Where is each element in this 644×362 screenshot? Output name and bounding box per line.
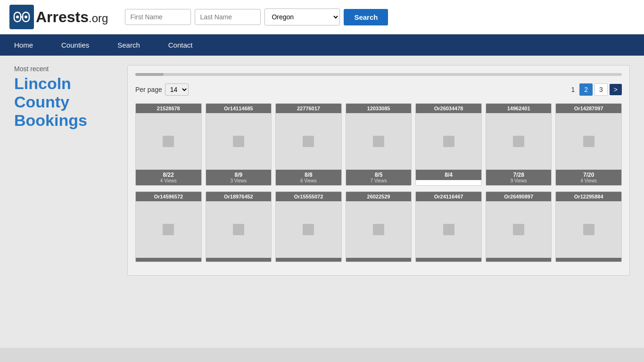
booking-id: Or14596572 bbox=[136, 192, 201, 201]
booking-card[interactable]: Or24116467 bbox=[415, 191, 482, 262]
per-page-label-text: Per page bbox=[135, 86, 162, 93]
booking-img bbox=[136, 201, 201, 258]
county-title: LincolnCountyBookings bbox=[14, 74, 118, 130]
state-select[interactable]: Oregon AlabamaAlaskaArizonaArkansas Cali… bbox=[264, 8, 340, 25]
booking-footer: 7/28 9 Views bbox=[486, 170, 552, 185]
booking-footer bbox=[486, 258, 552, 262]
svg-point-3 bbox=[16, 16, 19, 18]
per-page-select[interactable]: 14 7 21 28 bbox=[165, 83, 189, 96]
booking-img bbox=[416, 113, 481, 170]
booking-date: 8/5 bbox=[349, 172, 409, 178]
per-page-control: Per page 14 7 21 28 bbox=[135, 83, 189, 96]
booking-thumbnail bbox=[163, 224, 174, 235]
booking-id: Or24116467 bbox=[416, 192, 481, 201]
booking-img bbox=[346, 113, 412, 170]
header: Arrests.org Oregon AlabamaAlaskaArizonaA… bbox=[0, 0, 644, 34]
booking-id: 21528678 bbox=[136, 104, 201, 113]
booking-footer: 8/9 3 Views bbox=[206, 170, 272, 185]
nav-contact[interactable]: Contact bbox=[154, 34, 207, 56]
booking-card[interactable]: 14962401 7/28 9 Views bbox=[486, 103, 552, 186]
booking-id: Or14114685 bbox=[206, 104, 272, 113]
booking-thumbnail bbox=[163, 136, 174, 147]
booking-footer: 8/8 6 Views bbox=[276, 170, 341, 185]
bookings-area: Per page 14 7 21 28 1 2 3 > 2152867 bbox=[127, 65, 630, 276]
booking-footer bbox=[136, 258, 201, 262]
booking-footer: 8/22 4 Views bbox=[136, 170, 201, 185]
booking-id: Or12295884 bbox=[556, 192, 621, 201]
booking-card[interactable]: 12033085 8/5 7 Views bbox=[346, 103, 412, 186]
booking-date: 8/9 bbox=[209, 172, 269, 178]
booking-card[interactable]: Or12295884 bbox=[555, 191, 622, 262]
booking-card[interactable]: 22776017 8/8 6 Views bbox=[275, 103, 342, 186]
booking-id: 26022529 bbox=[346, 192, 412, 201]
booking-id: Or26490897 bbox=[486, 192, 552, 201]
booking-img bbox=[136, 113, 201, 170]
sidebar: Most recent LincolnCountyBookings bbox=[14, 65, 118, 276]
bookings-row-1: 21528678 8/22 4 Views Or14114685 8/9 3 V… bbox=[135, 103, 622, 186]
booking-footer: 8/5 7 Views bbox=[346, 170, 412, 185]
booking-img bbox=[486, 113, 552, 170]
booking-footer bbox=[346, 258, 412, 262]
booking-date: 8/8 bbox=[279, 172, 339, 178]
booking-date: 7/28 bbox=[489, 172, 549, 178]
booking-thumbnail bbox=[233, 136, 244, 147]
logo[interactable]: Arrests.org bbox=[9, 5, 108, 29]
nav-search[interactable]: Search bbox=[103, 34, 154, 56]
booking-thumbnail bbox=[443, 136, 454, 147]
booking-card[interactable]: Or14287097 7/20 4 Views bbox=[555, 103, 622, 186]
content-area: Most recent LincolnCountyBookings Per pa… bbox=[14, 65, 630, 276]
booking-date: 8/4 bbox=[419, 172, 479, 178]
booking-card[interactable]: 21528678 8/22 4 Views bbox=[135, 103, 202, 186]
search-button[interactable]: Search bbox=[344, 9, 388, 25]
booking-card[interactable]: 26022529 bbox=[346, 191, 412, 262]
booking-img bbox=[206, 113, 272, 170]
booking-card[interactable]: Or14596572 bbox=[135, 191, 202, 262]
booking-card[interactable]: Or15555072 bbox=[275, 191, 342, 262]
booking-id: Or15555072 bbox=[276, 192, 341, 201]
booking-thumbnail bbox=[513, 224, 524, 235]
booking-date: 7/20 bbox=[559, 172, 619, 178]
booking-id: Or14287097 bbox=[556, 104, 621, 113]
first-name-input[interactable] bbox=[125, 9, 191, 25]
progress-thumb bbox=[135, 73, 164, 76]
booking-thumbnail bbox=[373, 136, 384, 147]
booking-thumbnail bbox=[443, 224, 454, 235]
booking-id: 22776017 bbox=[276, 104, 341, 113]
search-form: Oregon AlabamaAlaskaArizonaArkansas Cali… bbox=[125, 8, 388, 25]
booking-footer: 7/20 4 Views bbox=[556, 170, 621, 185]
booking-views: 4 Views bbox=[139, 178, 198, 183]
progress-bar[interactable] bbox=[135, 73, 622, 76]
booking-card[interactable]: Or18976452 bbox=[206, 191, 272, 262]
booking-card[interactable]: Or14114685 8/9 3 Views bbox=[206, 103, 272, 186]
logo-icon bbox=[9, 5, 34, 29]
page-3-btn[interactable]: 3 bbox=[594, 83, 608, 96]
logo-suffix: .org bbox=[89, 12, 108, 25]
svg-point-4 bbox=[25, 16, 27, 18]
bookings-row-2: Or14596572 Or18976452 Or15555072 bbox=[135, 191, 622, 262]
booking-thumbnail bbox=[303, 224, 314, 235]
booking-thumbnail bbox=[303, 136, 314, 147]
booking-img bbox=[206, 201, 272, 258]
booking-thumbnail bbox=[513, 136, 524, 147]
booking-views: 9 Views bbox=[489, 178, 549, 183]
nav-home[interactable]: Home bbox=[0, 34, 47, 56]
booking-thumbnail bbox=[373, 224, 384, 235]
booking-footer: 8/4 bbox=[416, 170, 481, 180]
nav-counties[interactable]: Counties bbox=[47, 34, 103, 56]
booking-views: 7 Views bbox=[349, 178, 409, 183]
booking-id: Or26034478 bbox=[416, 104, 481, 113]
page-2-btn[interactable]: 2 bbox=[579, 83, 593, 96]
booking-views: 4 Views bbox=[559, 178, 619, 183]
nav-bar: Home Counties Search Contact bbox=[0, 34, 644, 56]
last-name-input[interactable] bbox=[195, 9, 261, 25]
booking-img bbox=[416, 201, 481, 258]
main-content: Most recent LincolnCountyBookings Per pa… bbox=[0, 56, 644, 348]
booking-thumbnail bbox=[233, 224, 244, 235]
booking-id: 12033085 bbox=[346, 104, 412, 113]
booking-img bbox=[556, 113, 621, 170]
booking-card[interactable]: Or26490897 bbox=[486, 191, 552, 262]
booking-id: Or18976452 bbox=[206, 192, 272, 201]
booking-footer bbox=[556, 258, 621, 262]
booking-card[interactable]: Or26034478 8/4 bbox=[415, 103, 482, 186]
next-page-btn[interactable]: > bbox=[610, 84, 622, 95]
